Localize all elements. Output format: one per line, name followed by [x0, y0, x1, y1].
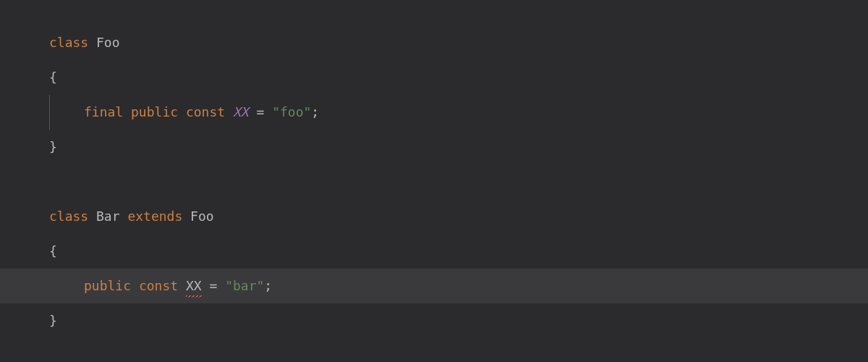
parent-class-name: Foo — [190, 206, 214, 227]
string-literal: "bar" — [225, 276, 264, 297]
keyword-class: class — [49, 33, 88, 54]
code-line[interactable]: } — [0, 130, 868, 164]
code-line[interactable]: final public const XX = "foo"; — [0, 95, 868, 130]
constant-name: XX — [233, 102, 249, 123]
code-line[interactable]: { — [0, 234, 868, 269]
code-line[interactable]: class Bar extends Foo — [0, 199, 868, 234]
code-line[interactable]: } — [0, 303, 868, 338]
cursor-line-indicator — [49, 95, 50, 130]
keyword-const: const — [139, 276, 178, 297]
string-literal: "foo" — [272, 102, 311, 123]
class-name: Foo — [96, 33, 120, 54]
keyword-final: final — [84, 102, 123, 123]
semicolon: ; — [264, 276, 272, 297]
code-editor[interactable]: class Foo { final public const XX = "foo… — [0, 0, 868, 338]
operator-equals: = — [256, 102, 264, 123]
code-line[interactable]: { — [0, 60, 868, 95]
keyword-extends: extends — [127, 206, 182, 227]
code-line-empty[interactable] — [0, 164, 868, 199]
code-line[interactable]: class Foo — [0, 25, 868, 60]
semicolon: ; — [311, 102, 319, 123]
keyword-const: const — [186, 102, 225, 123]
brace-close: } — [49, 137, 57, 158]
keyword-public: public — [131, 102, 178, 123]
brace-open: { — [49, 67, 57, 88]
keyword-public: public — [84, 276, 131, 297]
keyword-class: class — [49, 206, 88, 227]
code-line-active[interactable]: public const XX = "bar"; — [0, 269, 868, 303]
constant-name-error: XX — [186, 276, 202, 297]
brace-open: { — [49, 241, 57, 262]
brace-close: } — [49, 311, 57, 332]
class-name: Bar — [96, 206, 120, 227]
operator-equals: = — [209, 276, 217, 297]
